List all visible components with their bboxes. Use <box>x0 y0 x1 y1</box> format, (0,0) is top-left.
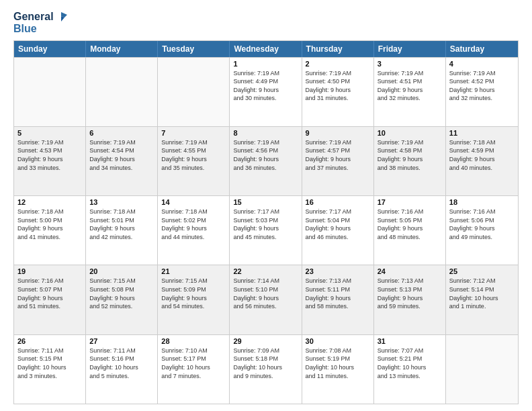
day-info: Sunrise: 7:19 AM Sunset: 4:57 PM Dayligh… <box>306 138 370 172</box>
day-info: Sunrise: 7:16 AM Sunset: 5:07 PM Dayligh… <box>17 277 82 310</box>
calendar-cell: 1Sunrise: 7:19 AM Sunset: 4:49 PM Daylig… <box>230 58 302 126</box>
calendar-row: 1Sunrise: 7:19 AM Sunset: 4:49 PM Daylig… <box>14 57 518 126</box>
day-info: Sunrise: 7:17 AM Sunset: 5:04 PM Dayligh… <box>306 208 370 241</box>
calendar-cell: 6Sunrise: 7:19 AM Sunset: 4:54 PM Daylig… <box>86 127 158 195</box>
day-info: Sunrise: 7:13 AM Sunset: 5:13 PM Dayligh… <box>378 277 442 310</box>
calendar-cell: 18Sunrise: 7:16 AM Sunset: 5:06 PM Dayli… <box>446 196 518 265</box>
day-number: 10 <box>378 129 442 137</box>
calendar-cell: 20Sunrise: 7:15 AM Sunset: 5:08 PM Dayli… <box>86 265 158 334</box>
calendar-cell: 11Sunrise: 7:18 AM Sunset: 4:59 PM Dayli… <box>446 127 518 195</box>
day-info: Sunrise: 7:19 AM Sunset: 4:58 PM Dayligh… <box>378 138 442 172</box>
calendar-cell: 25Sunrise: 7:12 AM Sunset: 5:14 PM Dayli… <box>446 265 518 334</box>
day-info: Sunrise: 7:19 AM Sunset: 4:54 PM Dayligh… <box>89 138 154 172</box>
calendar-cell: 27Sunrise: 7:11 AM Sunset: 5:16 PM Dayli… <box>86 335 158 404</box>
calendar-cell: 12Sunrise: 7:18 AM Sunset: 5:00 PM Dayli… <box>14 196 86 265</box>
day-number: 13 <box>89 198 154 206</box>
day-number: 1 <box>233 60 298 68</box>
calendar-cell: 26Sunrise: 7:11 AM Sunset: 5:15 PM Dayli… <box>14 335 86 404</box>
day-number: 11 <box>449 129 515 137</box>
header: General Blue <box>13 11 519 35</box>
day-number: 12 <box>17 198 82 206</box>
day-number: 9 <box>306 129 370 137</box>
day-number: 22 <box>233 267 298 275</box>
day-info: Sunrise: 7:12 AM Sunset: 5:14 PM Dayligh… <box>449 277 515 310</box>
calendar-cell: 30Sunrise: 7:08 AM Sunset: 5:19 PM Dayli… <box>302 335 374 404</box>
day-info: Sunrise: 7:19 AM Sunset: 4:49 PM Dayligh… <box>233 69 298 103</box>
calendar-body: 1Sunrise: 7:19 AM Sunset: 4:49 PM Daylig… <box>14 57 518 404</box>
day-number: 3 <box>378 60 442 68</box>
calendar-cell: 14Sunrise: 7:18 AM Sunset: 5:02 PM Dayli… <box>158 196 230 265</box>
logo-text-general: General <box>13 11 54 23</box>
weekday-header: Wednesday <box>230 41 302 57</box>
weekday-header: Tuesday <box>158 41 230 57</box>
day-info: Sunrise: 7:11 AM Sunset: 5:15 PM Dayligh… <box>17 347 82 380</box>
day-number: 8 <box>233 129 298 137</box>
day-info: Sunrise: 7:08 AM Sunset: 5:19 PM Dayligh… <box>306 347 370 380</box>
day-number: 7 <box>161 129 226 137</box>
calendar-cell: 8Sunrise: 7:19 AM Sunset: 4:56 PM Daylig… <box>230 127 302 195</box>
day-info: Sunrise: 7:10 AM Sunset: 5:17 PM Dayligh… <box>161 347 226 380</box>
calendar-cell: 31Sunrise: 7:07 AM Sunset: 5:21 PM Dayli… <box>374 335 446 404</box>
page: General Blue SundayMondayTuesdayWednesda… <box>0 0 532 411</box>
calendar-cell: 17Sunrise: 7:16 AM Sunset: 5:05 PM Dayli… <box>374 196 446 265</box>
day-number: 6 <box>89 129 154 137</box>
calendar-cell: 15Sunrise: 7:17 AM Sunset: 5:03 PM Dayli… <box>230 196 302 265</box>
day-number: 17 <box>378 198 442 206</box>
calendar-cell: 3Sunrise: 7:19 AM Sunset: 4:51 PM Daylig… <box>374 58 446 126</box>
day-number: 24 <box>378 267 442 275</box>
day-number: 19 <box>17 267 82 275</box>
calendar-cell: 22Sunrise: 7:14 AM Sunset: 5:10 PM Dayli… <box>230 265 302 334</box>
calendar-cell <box>158 58 230 126</box>
calendar-cell: 10Sunrise: 7:19 AM Sunset: 4:58 PM Dayli… <box>374 127 446 195</box>
day-info: Sunrise: 7:11 AM Sunset: 5:16 PM Dayligh… <box>89 347 154 380</box>
day-info: Sunrise: 7:13 AM Sunset: 5:11 PM Dayligh… <box>306 277 370 310</box>
calendar-cell: 28Sunrise: 7:10 AM Sunset: 5:17 PM Dayli… <box>158 335 230 404</box>
weekday-header: Monday <box>86 41 158 57</box>
calendar-cell: 7Sunrise: 7:19 AM Sunset: 4:55 PM Daylig… <box>158 127 230 195</box>
day-number: 18 <box>449 198 515 206</box>
day-info: Sunrise: 7:19 AM Sunset: 4:53 PM Dayligh… <box>17 138 82 172</box>
day-number: 16 <box>306 198 370 206</box>
weekday-header: Thursday <box>302 41 374 57</box>
calendar-header-row: SundayMondayTuesdayWednesdayThursdayFrid… <box>14 41 518 57</box>
day-info: Sunrise: 7:18 AM Sunset: 5:02 PM Dayligh… <box>161 208 226 241</box>
calendar-row: 12Sunrise: 7:18 AM Sunset: 5:00 PM Dayli… <box>14 195 518 265</box>
day-number: 25 <box>449 267 515 275</box>
calendar-cell: 21Sunrise: 7:15 AM Sunset: 5:09 PM Dayli… <box>158 265 230 334</box>
weekday-header: Sunday <box>14 41 86 57</box>
calendar-cell: 4Sunrise: 7:19 AM Sunset: 4:52 PM Daylig… <box>446 58 518 126</box>
day-number: 2 <box>306 60 370 68</box>
day-number: 4 <box>449 60 515 68</box>
logo-bird-icon <box>55 11 67 23</box>
day-number: 29 <box>233 337 298 345</box>
calendar-row: 19Sunrise: 7:16 AM Sunset: 5:07 PM Dayli… <box>14 265 518 334</box>
day-number: 21 <box>161 267 226 275</box>
day-info: Sunrise: 7:09 AM Sunset: 5:18 PM Dayligh… <box>233 347 298 380</box>
day-info: Sunrise: 7:14 AM Sunset: 5:10 PM Dayligh… <box>233 277 298 310</box>
day-info: Sunrise: 7:17 AM Sunset: 5:03 PM Dayligh… <box>233 208 298 241</box>
day-info: Sunrise: 7:19 AM Sunset: 4:52 PM Dayligh… <box>449 69 515 103</box>
calendar-cell <box>86 58 158 126</box>
day-number: 5 <box>17 129 82 137</box>
day-info: Sunrise: 7:18 AM Sunset: 5:00 PM Dayligh… <box>17 208 82 241</box>
calendar-cell: 24Sunrise: 7:13 AM Sunset: 5:13 PM Dayli… <box>374 265 446 334</box>
calendar-cell: 13Sunrise: 7:18 AM Sunset: 5:01 PM Dayli… <box>86 196 158 265</box>
day-number: 23 <box>306 267 370 275</box>
day-info: Sunrise: 7:18 AM Sunset: 5:01 PM Dayligh… <box>89 208 154 241</box>
day-number: 31 <box>378 337 442 345</box>
calendar-cell <box>14 58 86 126</box>
calendar-cell: 5Sunrise: 7:19 AM Sunset: 4:53 PM Daylig… <box>14 127 86 195</box>
day-info: Sunrise: 7:19 AM Sunset: 4:56 PM Dayligh… <box>233 138 298 172</box>
calendar-cell <box>446 335 518 404</box>
day-number: 27 <box>89 337 154 345</box>
day-info: Sunrise: 7:19 AM Sunset: 4:51 PM Dayligh… <box>378 69 442 103</box>
weekday-header: Saturday <box>446 41 518 57</box>
calendar-cell: 16Sunrise: 7:17 AM Sunset: 5:04 PM Dayli… <box>302 196 374 265</box>
day-number: 15 <box>233 198 298 206</box>
logo: General Blue <box>13 11 67 35</box>
day-info: Sunrise: 7:19 AM Sunset: 4:50 PM Dayligh… <box>306 69 370 103</box>
day-info: Sunrise: 7:18 AM Sunset: 4:59 PM Dayligh… <box>449 138 515 172</box>
day-info: Sunrise: 7:07 AM Sunset: 5:21 PM Dayligh… <box>378 347 442 380</box>
day-number: 20 <box>89 267 154 275</box>
day-info: Sunrise: 7:15 AM Sunset: 5:09 PM Dayligh… <box>161 277 226 310</box>
